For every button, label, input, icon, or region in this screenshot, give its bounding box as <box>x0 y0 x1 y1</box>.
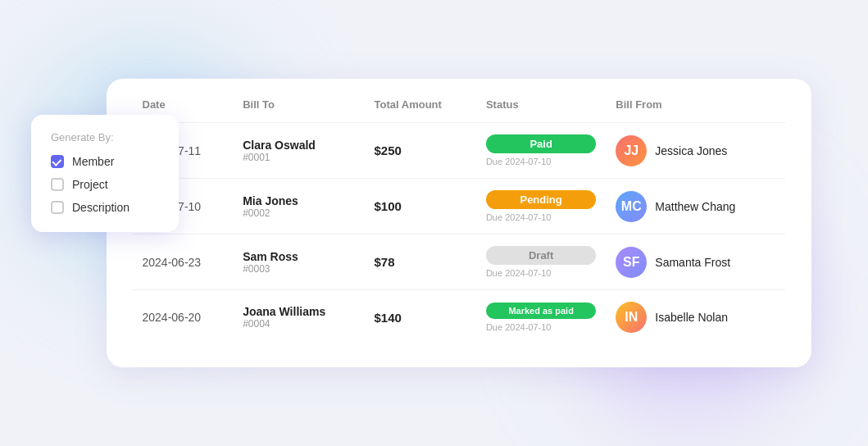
status-badge: Marked as paid <box>486 303 596 319</box>
table-row[interactable]: 2024-07-10 Mia Jones #0002 $100 Pending … <box>133 179 785 234</box>
billto-name: Clara Oswald <box>243 139 354 152</box>
generate-by-dropdown: Generate By: Member Project Description <box>31 115 179 232</box>
billto-id: #0004 <box>243 318 354 330</box>
cell-billto: Joana Williams #0004 <box>233 290 364 345</box>
avatar: IN <box>616 302 647 333</box>
billto-name: Joana Williams <box>243 305 354 318</box>
cell-billto: Clara Oswald #0001 <box>233 123 364 179</box>
cell-status: Pending Due 2024-07-10 <box>476 179 606 234</box>
cell-amount: $100 <box>365 179 476 234</box>
cell-amount: $140 <box>365 290 476 345</box>
billfrom-name: Samanta Frost <box>655 256 730 269</box>
billto-id: #0002 <box>243 207 354 219</box>
billfrom-cell: JJ Jessica Jones <box>616 135 775 166</box>
avatar: MC <box>616 191 647 222</box>
dropdown-label: Generate By: <box>51 131 159 143</box>
avatar: JJ <box>616 135 647 166</box>
header-billto: Bill To <box>233 98 364 123</box>
cell-status: Marked as paid Due 2024-07-10 <box>476 290 606 345</box>
status-wrapper: Marked as paid Due 2024-07-10 <box>486 303 596 332</box>
dropdown-description-label: Description <box>72 201 130 214</box>
billto-name: Sam Ross <box>243 250 354 263</box>
checkbox-member[interactable] <box>51 155 64 168</box>
due-date: Due 2024-07-10 <box>486 212 596 222</box>
billfrom-name: Matthew Chang <box>655 200 735 213</box>
checkbox-description[interactable] <box>51 201 64 214</box>
status-wrapper: Pending Due 2024-07-10 <box>486 190 596 222</box>
cell-billto: Mia Jones #0002 <box>233 179 364 234</box>
table-row[interactable]: 2024-07-11 Clara Oswald #0001 $250 Paid … <box>133 123 785 179</box>
due-date: Due 2024-07-10 <box>486 157 596 166</box>
avatar: SF <box>616 247 647 278</box>
dropdown-option-description[interactable]: Description <box>51 201 159 214</box>
table-row[interactable]: 2024-06-20 Joana Williams #0004 $140 Mar… <box>133 290 785 345</box>
cell-date: 2024-06-20 <box>133 290 234 345</box>
cell-amount: $250 <box>365 123 476 179</box>
billfrom-name: Jessica Jones <box>655 144 727 157</box>
status-badge: Pending <box>486 190 596 209</box>
cell-date: 2024-06-23 <box>133 234 234 290</box>
invoices-table: Date Bill To Total Amount Status Bill Fr… <box>133 98 785 344</box>
dropdown-member-label: Member <box>72 155 114 168</box>
dropdown-project-label: Project <box>72 178 108 191</box>
header-billfrom: Bill From <box>606 98 784 123</box>
cell-billfrom: MC Matthew Chang <box>606 179 784 234</box>
cell-amount: $78 <box>365 234 476 290</box>
dropdown-option-member[interactable]: Member <box>51 155 159 168</box>
status-wrapper: Draft Due 2024-07-10 <box>486 246 596 278</box>
billfrom-name: Isabelle Nolan <box>655 311 728 324</box>
status-wrapper: Paid Due 2024-07-10 <box>486 134 596 166</box>
checkbox-project[interactable] <box>51 178 64 191</box>
billto-name: Mia Jones <box>243 194 354 207</box>
billto-id: #0001 <box>243 152 354 163</box>
billfrom-cell: SF Samanta Frost <box>616 247 775 278</box>
table-row[interactable]: 2024-06-23 Sam Ross #0003 $78 Draft Due … <box>133 234 785 290</box>
status-badge: Paid <box>486 134 596 153</box>
header-amount: Total Amount <box>365 98 476 123</box>
cell-billfrom: SF Samanta Frost <box>606 234 784 290</box>
billfrom-cell: MC Matthew Chang <box>616 191 775 222</box>
cell-status: Draft Due 2024-07-10 <box>476 234 606 290</box>
billto-id: #0003 <box>243 263 354 275</box>
cell-status: Paid Due 2024-07-10 <box>476 123 606 179</box>
main-card: Date Bill To Total Amount Status Bill Fr… <box>107 79 811 367</box>
cell-billfrom: JJ Jessica Jones <box>606 123 784 179</box>
billfrom-cell: IN Isabelle Nolan <box>616 302 775 333</box>
due-date: Due 2024-07-10 <box>486 268 596 278</box>
cell-billfrom: IN Isabelle Nolan <box>606 290 784 345</box>
status-badge: Draft <box>486 246 596 265</box>
cell-billto: Sam Ross #0003 <box>233 234 364 290</box>
header-status: Status <box>476 98 606 123</box>
dropdown-option-project[interactable]: Project <box>51 178 159 191</box>
due-date: Due 2024-07-10 <box>486 322 596 332</box>
